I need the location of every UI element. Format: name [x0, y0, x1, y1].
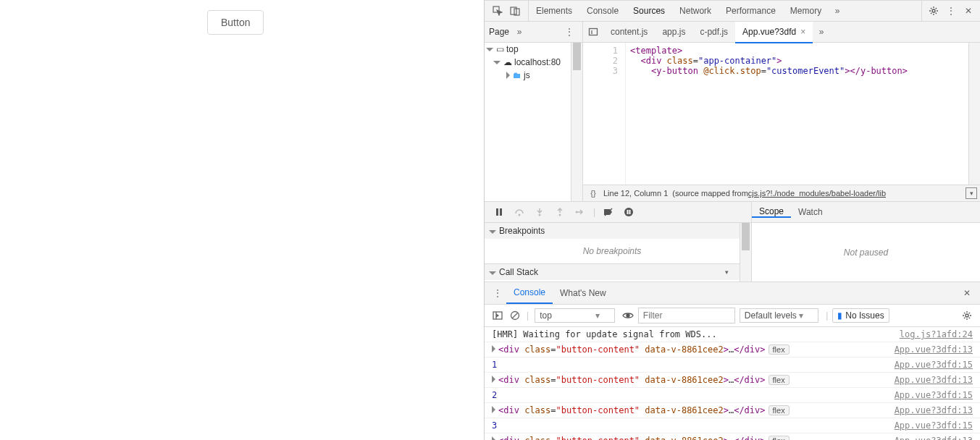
navigator-more-icon[interactable]: » — [514, 26, 525, 38]
editor-more-tabs-icon[interactable]: » — [816, 26, 827, 38]
kebab-menu-icon[interactable]: ⋮ — [945, 5, 957, 17]
page-navigator: Page » ⋮ ▭top ☁localhost:80 🖿js — [485, 22, 583, 201]
message-source-link[interactable]: App.vue?3dfd:15 — [895, 420, 973, 431]
message-source-link[interactable]: App.vue?3dfd:13 — [895, 405, 973, 415]
pretty-print-icon[interactable]: {} — [583, 189, 603, 198]
source-map-link[interactable]: cjs.js?!./node_modules/babel-loader/lib — [748, 189, 886, 198]
drawer-tab-console[interactable]: Console — [506, 282, 553, 304]
editor-scrollbar[interactable] — [968, 43, 980, 185]
main-tab-console[interactable]: Console — [579, 1, 626, 21]
not-paused-message: Not paused — [752, 223, 980, 282]
breakpoints-header[interactable]: Breakpoints — [485, 223, 740, 239]
scope-tab-scope[interactable]: Scope — [752, 206, 791, 218]
console-message[interactable]: <div class="button-content" data-v-8861c… — [485, 433, 980, 440]
main-tab-memory[interactable]: Memory — [783, 1, 829, 21]
console-message[interactable]: 2App.vue?3dfd:15 — [485, 388, 980, 403]
svg-rect-6 — [500, 208, 502, 216]
svg-point-8 — [539, 214, 541, 216]
main-tab-elements[interactable]: Elements — [529, 1, 579, 21]
main-tab-performance[interactable]: Performance — [719, 1, 783, 21]
pause-icon[interactable] — [493, 206, 505, 218]
deactivate-breakpoints-icon[interactable] — [603, 206, 614, 218]
devtools-panel: ElementsConsoleSourcesNetworkPerformance… — [485, 0, 980, 440]
file-tab[interactable]: App.vue?3dfd × — [735, 22, 813, 43]
debugger-left-scrollbar[interactable] — [740, 223, 751, 282]
cursor-position: Line 12, Column 1 — [603, 189, 668, 198]
editor-statusbar: {} Line 12, Column 1 (source mapped from… — [583, 185, 980, 201]
svg-point-7 — [519, 214, 521, 216]
main-tab-network[interactable]: Network — [672, 1, 719, 21]
app-button[interactable]: Button — [207, 10, 264, 35]
issues-button[interactable]: ▮No Issues — [832, 308, 889, 323]
svg-rect-4 — [590, 29, 598, 35]
message-source-link[interactable]: App.vue?3dfd:15 — [895, 390, 973, 400]
step-into-icon[interactable] — [534, 206, 545, 218]
message-source-link[interactable]: log.js?1afd:24 — [900, 329, 973, 339]
console-message[interactable]: <div class="button-content" data-v-8861c… — [485, 373, 980, 388]
editor-tabs-nav-icon[interactable] — [587, 26, 599, 38]
device-toggle-icon[interactable] — [509, 5, 521, 17]
breakpoints-empty: No breakpoints — [485, 239, 740, 263]
drawer-close-icon[interactable]: ✕ — [961, 287, 973, 299]
devtools-main-tabbar: ElementsConsoleSourcesNetworkPerformance… — [485, 1, 980, 22]
console-settings-gear-icon[interactable] — [961, 310, 973, 321]
settings-gear-icon[interactable] — [928, 5, 939, 17]
svg-point-16 — [627, 314, 629, 317]
console-message[interactable]: [HMR] Waiting for update signal from WDS… — [485, 327, 980, 342]
message-source-link[interactable]: App.vue?3dfd:13 — [895, 375, 973, 385]
inspect-icon[interactable] — [492, 5, 503, 17]
context-selector[interactable]: top ▾ — [535, 308, 615, 323]
editor-overflow-icon[interactable]: ▾ — [966, 187, 977, 199]
console-output[interactable]: [HMR] Waiting for update signal from WDS… — [485, 327, 980, 440]
console-message[interactable]: <div class="button-content" data-v-8861c… — [485, 342, 980, 358]
main-tab-sources[interactable]: Sources — [626, 1, 672, 21]
file-tab[interactable]: c-pdf.js — [692, 22, 735, 42]
drawer-tab-what-s-new[interactable]: What's New — [553, 282, 613, 304]
svg-point-9 — [559, 214, 561, 216]
file-tab[interactable]: app.js — [655, 22, 692, 42]
step-over-icon[interactable] — [514, 206, 525, 218]
drawer-menu-icon[interactable]: ⋮ — [492, 287, 503, 299]
code-editor[interactable]: 123 <template> <div class="app-container… — [583, 43, 980, 185]
message-source-link[interactable]: App.vue?3dfd:13 — [895, 436, 973, 440]
navigator-page-tab[interactable]: Page — [489, 27, 509, 37]
svg-rect-12 — [627, 210, 629, 214]
clear-console-icon[interactable] — [509, 310, 521, 321]
live-expression-icon[interactable] — [622, 310, 634, 321]
svg-rect-5 — [496, 208, 498, 216]
pause-on-exceptions-icon[interactable] — [623, 206, 635, 218]
console-toolbar: | top ▾ Default levels ▾ | ▮No Issues — [485, 305, 980, 327]
console-filter-input[interactable] — [638, 308, 735, 323]
svg-point-11 — [624, 208, 633, 216]
log-levels-selector[interactable]: Default levels ▾ — [740, 308, 818, 323]
page-viewport: Button — [0, 0, 485, 440]
message-source-link[interactable]: App.vue?3dfd:15 — [895, 360, 973, 370]
step-out-icon[interactable] — [554, 206, 566, 218]
source-map-label: (source mapped from — [672, 189, 748, 198]
console-message[interactable]: 1App.vue?3dfd:15 — [485, 358, 980, 373]
scope-tab-watch[interactable]: Watch — [791, 207, 830, 217]
svg-point-17 — [966, 314, 968, 317]
navigator-menu-icon[interactable]: ⋮ — [564, 26, 575, 38]
console-message[interactable]: <div class="button-content" data-v-8861c… — [485, 403, 980, 418]
close-tab-icon[interactable]: × — [800, 27, 805, 37]
editor-tabs: content.jsapp.jsc-pdf.jsApp.vue?3dfd × » — [583, 22, 980, 43]
file-tab[interactable]: content.js — [603, 22, 655, 42]
file-tree-scrollbar[interactable] — [571, 43, 582, 201]
step-icon[interactable] — [574, 206, 586, 218]
message-source-link[interactable]: App.vue?3dfd:13 — [895, 344, 973, 355]
debugger-toolbar: | — [485, 202, 751, 223]
callstack-header[interactable]: Call Stack ▾ — [485, 264, 740, 280]
console-message[interactable]: 3App.vue?3dfd:15 — [485, 418, 980, 433]
console-sidebar-icon[interactable] — [492, 310, 503, 321]
svg-rect-13 — [629, 210, 631, 214]
svg-point-10 — [576, 211, 578, 213]
file-tree[interactable]: ▭top ☁localhost:80 🖿js — [485, 43, 571, 201]
svg-point-3 — [932, 9, 935, 12]
more-tabs-icon[interactable]: » — [832, 5, 843, 17]
close-devtools-icon[interactable]: ✕ — [963, 5, 974, 17]
